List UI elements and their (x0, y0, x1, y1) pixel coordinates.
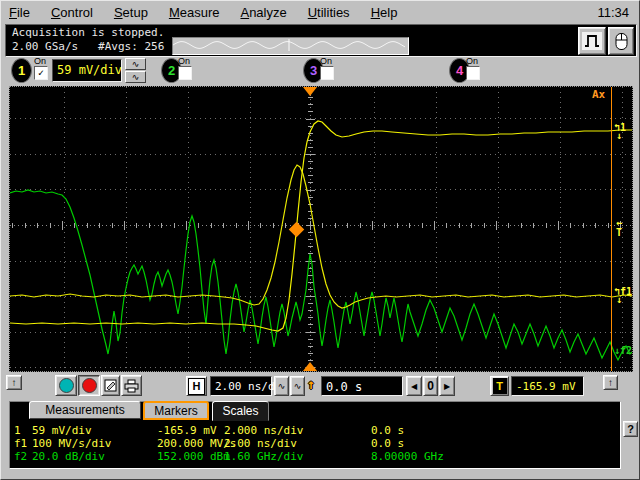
timebase-expand-button[interactable]: ∿ (274, 376, 289, 396)
trigger-button-label: T (493, 378, 507, 394)
acquisition-status-text: Acquisition is stopped. (12, 26, 164, 39)
position-right-button[interactable]: ▶ (439, 376, 455, 396)
timebase-compress-button[interactable]: ∿ (290, 376, 305, 396)
scales-f1-xpos: 0.0 s (371, 437, 404, 450)
menu-item-setup[interactable]: Setup (114, 5, 148, 20)
stop-button[interactable] (78, 375, 100, 396)
scales-1-xpos: 0.0 s (371, 424, 404, 437)
ax-marker-line[interactable] (611, 87, 612, 371)
waveform-preview-strip[interactable] (172, 37, 409, 55)
scales-f1-scale: 100 MV/s/div (32, 437, 111, 450)
channel-3-on-checkbox[interactable] (320, 66, 334, 80)
f2-marker-label: f2 (620, 345, 632, 356)
run-icon (59, 378, 74, 393)
scales-f1-xscale: 2.00 ns/div (224, 437, 297, 450)
tab-scales[interactable]: Scales (212, 401, 269, 421)
scales-row-1: 159 mV/div-165.9 mV2.000 ns/div0.0 s (10, 424, 620, 437)
horizontal-settings-button[interactable]: H (186, 376, 207, 396)
channel-1-button[interactable]: 1 (11, 58, 32, 83)
channel-1-on-checkbox[interactable]: ✓ (34, 66, 48, 80)
scales-f2-id: f2 (14, 450, 27, 463)
horizontal-button-label: H (188, 378, 205, 395)
horizontal-trigger-bar: ↑ H 2.00 ns/div ∿ ∿ ↑ 0.0 s ◀ (1, 373, 639, 402)
tab-measurements[interactable]: Measurements (29, 401, 141, 419)
ch1-ground-marker[interactable]: ↰1 ↓ (614, 123, 626, 141)
stop-icon (82, 378, 97, 393)
channel-2-label: 2 (168, 63, 175, 78)
scales-row-f2: f220.0 dB/div152.000 dBm1.60 GHz/div8.00… (10, 450, 620, 463)
channel-1-scale-up-button[interactable]: ∿ (125, 58, 146, 70)
trigger-time-marker-bottom-icon[interactable] (303, 362, 317, 371)
scales-f2-offset: 152.000 dBm (157, 450, 230, 463)
scales-f2-xscale: 1.60 GHz/div (224, 450, 303, 463)
channel-4-on-checkbox[interactable] (466, 66, 480, 80)
trace-f1 (10, 165, 632, 308)
menu-item-analyze[interactable]: Analyze (240, 5, 286, 20)
menu-item-control[interactable]: Control (51, 5, 93, 20)
copy-screen-button[interactable] (101, 375, 120, 396)
menu-item-file[interactable]: File (9, 5, 30, 20)
ax-marker-label: Ax (592, 88, 605, 101)
trace-f2 (10, 190, 632, 360)
scales-row-f1: f1100 MV/s/div200.000 MV/s2.00 ns/div0.0… (10, 437, 620, 450)
tab-markers[interactable]: Markers (143, 401, 209, 420)
menu-bar: FileControlSetupMeasureAnalyzeUtilitiesH… (1, 1, 639, 24)
printer-icon (124, 379, 139, 393)
clock: 11:34 (597, 5, 629, 20)
scales-1-offset: -165.9 mV (157, 424, 217, 437)
horizontal-position-field[interactable]: 0.0 s (321, 376, 403, 396)
sample-rate-averages-text: 2.00 GSa/s #Avgs: 256 (12, 40, 164, 53)
menu-item-measure[interactable]: Measure (169, 5, 220, 20)
copy-icon (104, 379, 117, 392)
tab-label: Scales (222, 404, 258, 418)
pulse-icon (582, 32, 602, 50)
waveform-traces (10, 87, 632, 371)
run-button[interactable] (55, 375, 77, 396)
oscilloscope-window: FileControlSetupMeasureAnalyzeUtilitiesH… (0, 0, 640, 480)
trigger-slope-rising-icon: ↑ (304, 376, 318, 396)
trigger-marker-label: T (616, 227, 622, 238)
expand-left-button[interactable]: ↑ (6, 375, 22, 390)
channel-2-on-label: On (178, 56, 190, 66)
status-bar: Acquisition is stopped. 2.00 GSa/s #Avgs… (5, 24, 637, 57)
menu-item-help[interactable]: Help (371, 5, 398, 20)
pulse-display-button[interactable] (578, 27, 606, 55)
trigger-level-field[interactable]: -165.9 mV (511, 376, 584, 396)
trigger-time-marker-top-icon[interactable] (303, 87, 317, 96)
mouse-settings-button[interactable] (608, 27, 634, 55)
channel-4-label: 4 (456, 63, 463, 78)
waveform-display: Ax ↰1 ↓ ← T ↰f1 ↓ ↓f2 (9, 86, 633, 372)
tab-label: Markers (154, 404, 197, 418)
scales-1-id: 1 (14, 424, 21, 437)
tab-label: Measurements (45, 403, 124, 417)
menu-item-utilities[interactable]: Utilities (308, 5, 350, 20)
channel-1-scale-down-button[interactable]: ∿ (125, 71, 146, 83)
channel-1-on-label: On (34, 56, 46, 66)
menu-items: FileControlSetupMeasureAnalyzeUtilitiesH… (9, 5, 418, 20)
scales-1-scale: 59 mV/div (32, 424, 92, 437)
trigger-settings-button[interactable]: T (490, 376, 509, 396)
channel-2-on-checkbox[interactable] (178, 66, 192, 80)
scales-1-xscale: 2.000 ns/div (224, 424, 303, 437)
scales-f2-scale: 20.0 dB/div (32, 450, 105, 463)
f1-ground-marker[interactable]: ↰f1 ↓ (614, 287, 632, 305)
channel-3-on-label: On (320, 56, 332, 66)
scales-f2-xpos: 8.00000 GHz (371, 450, 444, 463)
channel-bar: 1On✓59 mV/div∿∿2On3On4On (1, 57, 639, 86)
channel-1-scale-field[interactable]: 59 mV/div (52, 59, 122, 82)
channel-3-label: 3 (310, 63, 317, 78)
horizontal-scale-field[interactable]: 2.00 ns/div (210, 376, 272, 396)
mouse-icon (614, 32, 629, 51)
channel-1-label: 1 (18, 63, 25, 78)
trigger-level-marker[interactable]: ← T (616, 218, 632, 238)
position-zero-button[interactable]: 0 (423, 376, 438, 396)
trace-ch1 (10, 121, 632, 331)
print-button[interactable] (121, 375, 142, 396)
scales-f1-id: f1 (14, 437, 27, 450)
position-left-button[interactable]: ◀ (406, 376, 422, 396)
trigger-slope-button[interactable]: ↑ (603, 375, 618, 390)
help-button[interactable]: ? (623, 421, 638, 437)
waveform-preview-icon (173, 38, 406, 52)
f2-ground-marker[interactable]: ↓f2 (614, 346, 632, 356)
channel-4-on-label: On (466, 56, 478, 66)
